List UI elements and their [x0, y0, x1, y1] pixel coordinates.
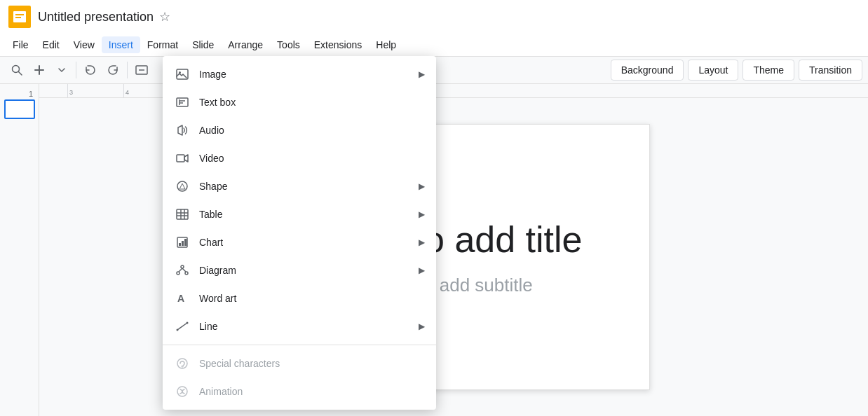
presentation-title[interactable]: Untitled presentation	[38, 10, 154, 25]
svg-rect-27	[184, 239, 187, 246]
insert-dropdown-menu: Image ▶ Text box Audio	[163, 56, 436, 410]
svg-rect-17	[177, 155, 184, 162]
menu-item-file[interactable]: File	[6, 36, 36, 53]
svg-point-36	[187, 322, 189, 324]
undo-button[interactable]	[79, 59, 102, 81]
svg-rect-12	[177, 98, 188, 106]
insert-textbox-label: Text box	[199, 97, 425, 108]
title-bar: Untitled presentation ☆	[0, 0, 868, 34]
specialchars-icon	[174, 355, 191, 372]
search-icon	[11, 64, 23, 76]
transition-button[interactable]: Transition	[799, 60, 862, 81]
menu-bar: File Edit View Insert Format Slide Arran…	[0, 34, 868, 56]
menu-divider	[163, 345, 436, 345]
video-icon	[174, 150, 191, 167]
shape-arrow: ▶	[419, 181, 425, 191]
insert-video-label: Video	[199, 153, 425, 164]
menu-item-help[interactable]: Help	[369, 36, 403, 53]
audio-icon	[174, 122, 191, 139]
svg-line-5	[19, 72, 22, 76]
chart-icon	[174, 234, 191, 251]
chart-arrow: ▶	[419, 237, 425, 247]
insert-specialchars-label: Special characters	[199, 358, 425, 369]
svg-point-38	[182, 367, 183, 368]
insert-menu-item-specialchars: Special characters	[163, 349, 436, 377]
textbox-toolbar-button[interactable]	[130, 59, 153, 81]
wordart-icon: A	[174, 290, 191, 307]
image-icon	[174, 66, 191, 83]
theme-button[interactable]: Theme	[742, 60, 794, 81]
menu-item-edit[interactable]: Edit	[36, 36, 67, 53]
insert-menu-item-table[interactable]: Table ▶	[163, 200, 436, 228]
svg-rect-19	[177, 209, 188, 219]
redo-button[interactable]	[102, 59, 124, 81]
insert-image-label: Image	[199, 69, 419, 80]
menu-item-tools[interactable]: Tools	[270, 36, 307, 53]
search-button[interactable]	[6, 59, 28, 81]
insert-menu-item-wordart[interactable]: A Word art	[163, 284, 436, 312]
redo-icon	[107, 64, 119, 76]
insert-audio-label: Audio	[199, 125, 425, 136]
menu-item-format[interactable]: Format	[140, 36, 185, 53]
insert-menu-item-chart[interactable]: Chart ▶	[163, 228, 436, 256]
star-icon[interactable]: ☆	[159, 9, 170, 25]
svg-rect-26	[182, 241, 184, 246]
insert-menu-item-diagram[interactable]: Diagram ▶	[163, 256, 436, 284]
svg-point-35	[177, 329, 179, 331]
layout-button[interactable]: Layout	[688, 60, 738, 81]
svg-line-31	[179, 268, 182, 272]
svg-point-30	[185, 272, 188, 275]
menu-item-slide[interactable]: Slide	[185, 36, 221, 53]
zoom-dropdown-button[interactable]	[50, 59, 73, 81]
svg-rect-7	[39, 65, 40, 75]
slide-number-1: 1	[3, 90, 36, 98]
insert-menu-item-line[interactable]: Line ▶	[163, 312, 436, 340]
slides-panel: 1	[0, 84, 39, 416]
svg-point-37	[177, 359, 187, 368]
background-button[interactable]: Background	[611, 60, 684, 81]
table-arrow: ▶	[419, 209, 425, 219]
diagram-icon	[174, 262, 191, 279]
menu-item-extensions[interactable]: Extensions	[307, 36, 369, 53]
table-icon	[174, 206, 191, 223]
svg-text:A: A	[177, 293, 184, 304]
insert-diagram-label: Diagram	[199, 265, 419, 276]
slide-thumbnail-1[interactable]	[4, 99, 35, 119]
zoom-icon	[33, 64, 46, 76]
menu-item-view[interactable]: View	[67, 36, 102, 53]
shape-icon	[174, 178, 191, 195]
toolbar-separator-1	[76, 62, 76, 78]
insert-menu-item-audio[interactable]: Audio	[163, 116, 436, 144]
svg-point-28	[181, 265, 184, 268]
insert-wordart-label: Word art	[199, 293, 425, 304]
svg-line-34	[177, 323, 187, 330]
line-arrow: ▶	[419, 321, 425, 331]
toolbar-separator-2	[127, 62, 128, 78]
insert-table-label: Table	[199, 209, 419, 220]
image-arrow: ▶	[419, 69, 425, 79]
svg-rect-2	[15, 14, 24, 15]
insert-chart-label: Chart	[199, 237, 419, 248]
insert-shape-label: Shape	[199, 181, 419, 192]
line-icon	[174, 318, 191, 335]
textbox-menu-icon	[174, 94, 191, 111]
ruler-mark-3: 3	[67, 84, 123, 97]
chevron-down-icon	[57, 66, 66, 74]
insert-menu-item-textbox[interactable]: Text box	[163, 88, 436, 116]
svg-rect-3	[15, 17, 21, 18]
textbox-icon	[135, 63, 149, 77]
svg-rect-25	[179, 243, 181, 246]
zoom-button[interactable]	[28, 59, 50, 81]
insert-animation-label: Animation	[199, 386, 425, 397]
diagram-arrow: ▶	[419, 265, 425, 275]
menu-item-insert[interactable]: Insert	[102, 36, 140, 53]
animation-icon	[174, 383, 191, 400]
insert-menu-item-image[interactable]: Image ▶	[163, 60, 436, 88]
insert-menu-item-video[interactable]: Video	[163, 144, 436, 172]
insert-menu-item-animation: Animation	[163, 377, 436, 405]
insert-menu-item-shape[interactable]: Shape ▶	[163, 172, 436, 200]
svg-marker-16	[178, 125, 182, 135]
menu-item-arrange[interactable]: Arrange	[221, 36, 270, 53]
insert-line-label: Line	[199, 321, 419, 332]
undo-icon	[84, 64, 97, 76]
